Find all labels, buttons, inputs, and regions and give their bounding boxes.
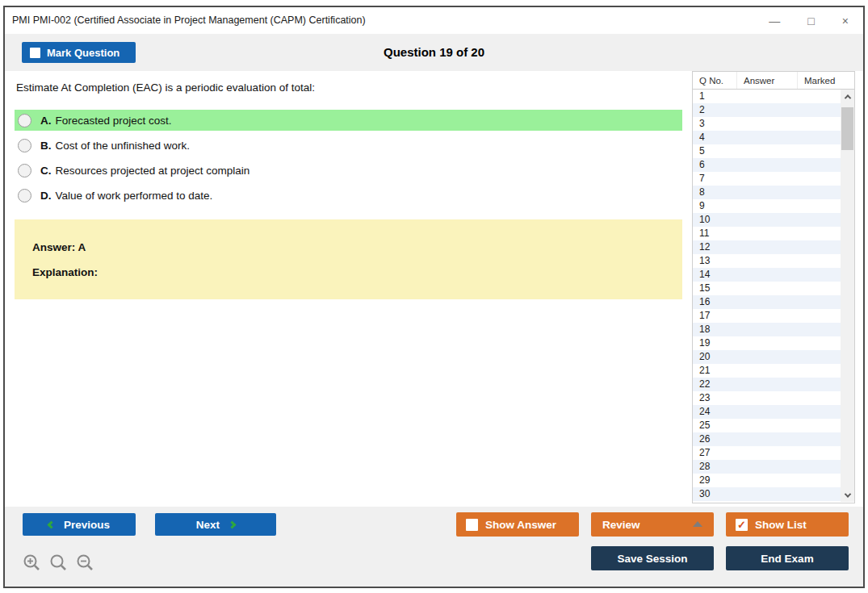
question-list-rows: 1234567891011121314151617181920212223242… bbox=[693, 90, 854, 502]
review-label: Review bbox=[602, 519, 640, 531]
question-list-row[interactable]: 12 bbox=[693, 240, 854, 254]
question-list-row[interactable]: 23 bbox=[693, 391, 854, 405]
radio-icon[interactable] bbox=[18, 114, 31, 127]
scroll-up-icon[interactable] bbox=[841, 90, 854, 103]
radio-icon[interactable] bbox=[18, 164, 31, 177]
option-letter: C. bbox=[40, 165, 52, 177]
question-list-row[interactable]: 9 bbox=[693, 199, 854, 213]
question-list-row[interactable]: 29 bbox=[693, 474, 854, 487]
chevron-left-icon bbox=[48, 520, 56, 528]
question-list-row[interactable]: 26 bbox=[693, 432, 854, 446]
option-letter: B. bbox=[40, 140, 52, 152]
check-icon: ✓ bbox=[737, 520, 746, 530]
zoom-toolbar bbox=[23, 553, 95, 573]
question-list-row[interactable]: 21 bbox=[693, 364, 854, 378]
question-list-row[interactable]: 30 bbox=[693, 487, 854, 501]
scroll-down-icon[interactable] bbox=[841, 488, 854, 502]
option-text: Forecasted project cost. bbox=[56, 115, 172, 127]
question-list-row[interactable]: 4 bbox=[693, 131, 854, 144]
show-answer-checkbox[interactable] bbox=[466, 519, 478, 531]
answer-label: Answer: A bbox=[32, 241, 86, 253]
question-list-row[interactable]: 28 bbox=[693, 460, 854, 474]
option-row-d[interactable]: D. Value of work performed to date. bbox=[15, 185, 682, 206]
window-title: PMI PMI-002 (Certified Associate in Proj… bbox=[12, 7, 366, 34]
question-list-row[interactable]: 13 bbox=[693, 254, 854, 268]
question-list-row[interactable]: 18 bbox=[693, 323, 854, 336]
option-text: Cost of the unfinished work. bbox=[56, 140, 191, 152]
triangle-up-icon bbox=[693, 521, 702, 527]
question-list-row[interactable]: 5 bbox=[693, 144, 854, 158]
option-row-a[interactable]: A. Forecasted project cost. bbox=[15, 110, 682, 131]
option-row-b[interactable]: B. Cost of the unfinished work. bbox=[15, 135, 682, 156]
question-list-row[interactable]: 7 bbox=[693, 172, 854, 186]
close-icon[interactable]: × bbox=[842, 15, 849, 27]
option-letter: A. bbox=[40, 115, 52, 127]
next-button[interactable]: Next bbox=[155, 513, 276, 536]
scrollbar[interactable] bbox=[841, 90, 854, 502]
question-list-row[interactable]: 16 bbox=[693, 295, 854, 309]
previous-button[interactable]: Previous bbox=[23, 513, 136, 536]
option-row-c[interactable]: C. Resources projected at project compla… bbox=[15, 160, 682, 181]
window-controls: — □ × bbox=[769, 7, 849, 34]
radio-icon[interactable] bbox=[18, 139, 31, 152]
next-label: Next bbox=[196, 519, 220, 531]
question-list-row[interactable]: 25 bbox=[693, 419, 854, 432]
question-list-row[interactable]: 10 bbox=[693, 213, 854, 227]
question-list-row[interactable]: 27 bbox=[693, 446, 854, 460]
question-list-row[interactable]: 2 bbox=[693, 103, 854, 117]
chevron-right-icon bbox=[229, 520, 237, 528]
column-header-qno: Q No. bbox=[693, 72, 737, 89]
question-list-row[interactable]: 6 bbox=[693, 158, 854, 172]
zoom-out-icon[interactable] bbox=[76, 553, 95, 573]
question-list-row[interactable]: 11 bbox=[693, 227, 854, 240]
question-list-row[interactable]: 3 bbox=[693, 117, 854, 131]
column-header-marked: Marked bbox=[798, 72, 854, 89]
question-list-row[interactable]: 17 bbox=[693, 309, 854, 323]
bottom-toolbar: Previous Next Show bbox=[5, 507, 863, 587]
end-exam-button[interactable]: End Exam bbox=[726, 546, 849, 570]
show-answer-button[interactable]: Show Answer bbox=[456, 512, 579, 537]
column-header-answer: Answer bbox=[737, 72, 798, 89]
answer-box: Answer: A Explanation: bbox=[15, 219, 682, 299]
question-list-row[interactable]: 19 bbox=[693, 336, 854, 350]
minimize-icon[interactable]: — bbox=[769, 15, 780, 27]
question-text: Estimate At Completion (EAC) is a period… bbox=[16, 81, 315, 94]
exam-window: PMI PMI-002 (Certified Associate in Proj… bbox=[3, 6, 865, 588]
explanation-label: Explanation: bbox=[32, 266, 98, 278]
review-button[interactable]: Review bbox=[591, 512, 714, 537]
previous-label: Previous bbox=[64, 519, 110, 531]
end-exam-label: End Exam bbox=[761, 553, 813, 565]
scrollbar-thumb[interactable] bbox=[841, 107, 853, 150]
question-list-header: Q No. Answer Marked bbox=[693, 72, 854, 90]
option-text: Value of work performed to date. bbox=[56, 190, 213, 202]
zoom-in-icon[interactable] bbox=[23, 553, 42, 573]
show-answer-label: Show Answer bbox=[485, 519, 556, 531]
question-list-row[interactable]: 20 bbox=[693, 350, 854, 364]
question-list-panel: Q No. Answer Marked 12345678910111213141… bbox=[692, 71, 855, 503]
question-list-row[interactable]: 24 bbox=[693, 405, 854, 419]
show-list-checkbox[interactable]: ✓ bbox=[736, 519, 748, 531]
question-list-row[interactable]: 14 bbox=[693, 268, 854, 282]
options-list: A. Forecasted project cost. B. Cost of t… bbox=[15, 110, 682, 210]
option-letter: D. bbox=[40, 190, 52, 202]
title-bar: PMI PMI-002 (Certified Associate in Proj… bbox=[5, 7, 863, 34]
question-list-row[interactable]: 8 bbox=[693, 186, 854, 199]
show-list-button[interactable]: ✓ Show List bbox=[726, 512, 849, 537]
option-text: Resources projected at project complain bbox=[56, 165, 250, 177]
save-session-button[interactable]: Save Session bbox=[591, 546, 714, 570]
zoom-reset-icon[interactable] bbox=[49, 553, 69, 573]
radio-icon[interactable] bbox=[18, 189, 31, 203]
mark-question-checkbox[interactable] bbox=[30, 48, 40, 58]
show-list-label: Show List bbox=[755, 519, 807, 531]
question-list-row[interactable]: 15 bbox=[693, 282, 854, 295]
question-list-row[interactable]: 22 bbox=[693, 378, 854, 391]
save-session-label: Save Session bbox=[617, 553, 687, 565]
maximize-icon[interactable]: □ bbox=[807, 15, 814, 27]
mark-question-button[interactable]: Mark Question bbox=[22, 42, 136, 63]
question-list-row[interactable]: 1 bbox=[693, 90, 854, 103]
mark-question-label: Mark Question bbox=[47, 47, 120, 59]
